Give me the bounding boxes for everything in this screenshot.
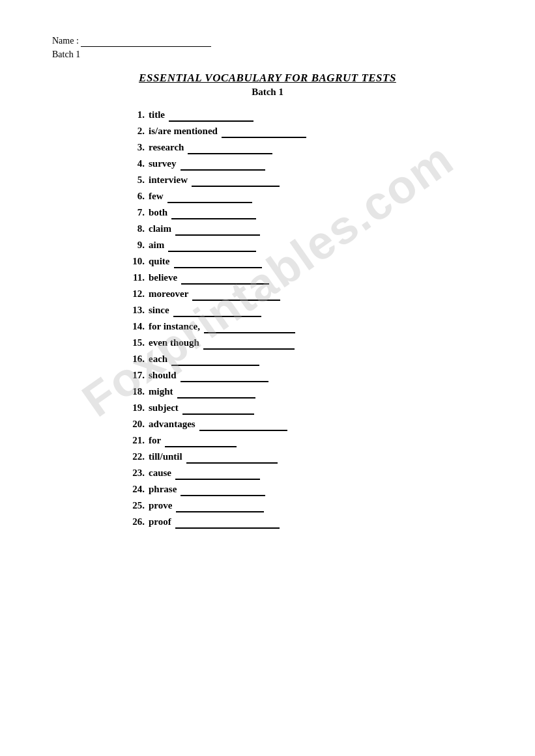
- item-word: cause: [149, 468, 171, 479]
- item-number: 23.: [124, 468, 145, 479]
- item-number: 11.: [124, 272, 145, 283]
- item-blank[interactable]: [176, 500, 264, 512]
- item-word: moreover: [149, 288, 188, 300]
- list-item: 1.title: [124, 109, 483, 122]
- vocab-list: 1.title 2.is/are mentioned 3.research 4.…: [124, 109, 483, 529]
- item-blank[interactable]: [167, 191, 252, 203]
- name-underline: [81, 36, 211, 47]
- item-blank[interactable]: [169, 109, 253, 122]
- item-blank[interactable]: [175, 516, 280, 529]
- item-blank[interactable]: [181, 484, 265, 496]
- item-blank[interactable]: [181, 272, 269, 285]
- list-item: 13.since: [124, 305, 483, 317]
- list-item: 19.subject: [124, 402, 483, 415]
- item-word: few: [149, 191, 164, 202]
- name-label: Name :: [52, 36, 81, 46]
- item-blank[interactable]: [175, 223, 260, 236]
- name-line: Name :: [52, 36, 483, 47]
- item-number: 1.: [124, 109, 145, 120]
- item-number: 7.: [124, 207, 145, 218]
- list-item: 5.interview: [124, 175, 483, 187]
- item-blank[interactable]: [168, 240, 256, 252]
- list-item: 4.survey: [124, 158, 483, 171]
- page: Foxprintables.com Name : Batch 1 ESSENTI…: [0, 0, 535, 559]
- main-title: ESSENTIAL VOCABULARY FOR BAGRUT TESTS: [52, 72, 483, 85]
- list-item: 9.aim: [124, 240, 483, 252]
- item-word: quite: [149, 256, 170, 267]
- item-number: 21.: [124, 435, 145, 446]
- item-blank[interactable]: [181, 158, 265, 171]
- item-word: till/until: [149, 451, 182, 462]
- list-item: 2.is/are mentioned: [124, 126, 483, 138]
- list-item: 21.for: [124, 435, 483, 447]
- item-word: might: [149, 386, 173, 397]
- item-word: for: [149, 435, 161, 446]
- item-blank[interactable]: [192, 288, 280, 301]
- item-word: title: [149, 109, 165, 120]
- item-blank[interactable]: [171, 207, 256, 219]
- list-item: 17.should: [124, 370, 483, 382]
- item-blank[interactable]: [199, 419, 287, 431]
- item-number: 9.: [124, 240, 145, 251]
- list-item: 24.phrase: [124, 484, 483, 496]
- list-item: 15.even though: [124, 337, 483, 350]
- item-blank[interactable]: [174, 256, 262, 268]
- item-blank[interactable]: [186, 451, 278, 464]
- item-blank[interactable]: [165, 435, 237, 447]
- list-item: 10.quite: [124, 256, 483, 268]
- item-number: 8.: [124, 223, 145, 234]
- item-number: 26.: [124, 516, 145, 527]
- list-item: 23.cause: [124, 468, 483, 480]
- item-word: subject: [149, 402, 179, 413]
- item-word: is/are mentioned: [149, 126, 218, 137]
- list-item: 16.each: [124, 354, 483, 366]
- item-blank[interactable]: [171, 354, 259, 366]
- item-number: 16.: [124, 354, 145, 365]
- list-item: 26.proof: [124, 516, 483, 529]
- item-word: advantages: [149, 419, 195, 430]
- item-word: both: [149, 207, 167, 218]
- batch-line: Batch 1: [52, 49, 483, 60]
- item-blank[interactable]: [204, 321, 295, 333]
- item-word: should: [149, 370, 177, 381]
- item-number: 15.: [124, 337, 145, 348]
- item-number: 6.: [124, 191, 145, 202]
- item-blank[interactable]: [173, 305, 261, 317]
- item-word: each: [149, 354, 167, 365]
- item-word: interview: [149, 175, 188, 186]
- list-item: 25.prove: [124, 500, 483, 512]
- item-blank[interactable]: [181, 370, 268, 382]
- list-item: 22.till/until: [124, 451, 483, 464]
- list-item: 11.believe: [124, 272, 483, 285]
- item-blank[interactable]: [203, 337, 295, 350]
- item-word: phrase: [149, 484, 177, 495]
- item-number: 22.: [124, 451, 145, 462]
- item-number: 2.: [124, 126, 145, 137]
- item-word: research: [149, 142, 184, 153]
- batch-text: Batch 1: [52, 49, 80, 59]
- item-word: for instance,: [149, 321, 200, 332]
- item-number: 3.: [124, 142, 145, 153]
- item-number: 17.: [124, 370, 145, 381]
- item-number: 18.: [124, 386, 145, 397]
- item-number: 25.: [124, 500, 145, 511]
- item-word: proof: [149, 516, 171, 527]
- header-info: Name : Batch 1: [52, 36, 483, 60]
- item-word: survey: [149, 158, 177, 169]
- title-section: ESSENTIAL VOCABULARY FOR BAGRUT TESTS Ba…: [52, 72, 483, 98]
- item-number: 10.: [124, 256, 145, 267]
- list-item: 12.moreover: [124, 288, 483, 301]
- list-item: 14.for instance,: [124, 321, 483, 333]
- subtitle: Batch 1: [52, 87, 483, 98]
- item-word: claim: [149, 223, 171, 234]
- list-item: 6.few: [124, 191, 483, 203]
- item-blank[interactable]: [188, 142, 272, 154]
- item-blank[interactable]: [177, 386, 255, 399]
- item-blank[interactable]: [192, 175, 280, 187]
- item-blank[interactable]: [175, 468, 260, 480]
- item-blank[interactable]: [182, 402, 254, 415]
- item-blank[interactable]: [222, 126, 306, 138]
- item-number: 13.: [124, 305, 145, 316]
- item-word: prove: [149, 500, 172, 511]
- item-number: 5.: [124, 175, 145, 186]
